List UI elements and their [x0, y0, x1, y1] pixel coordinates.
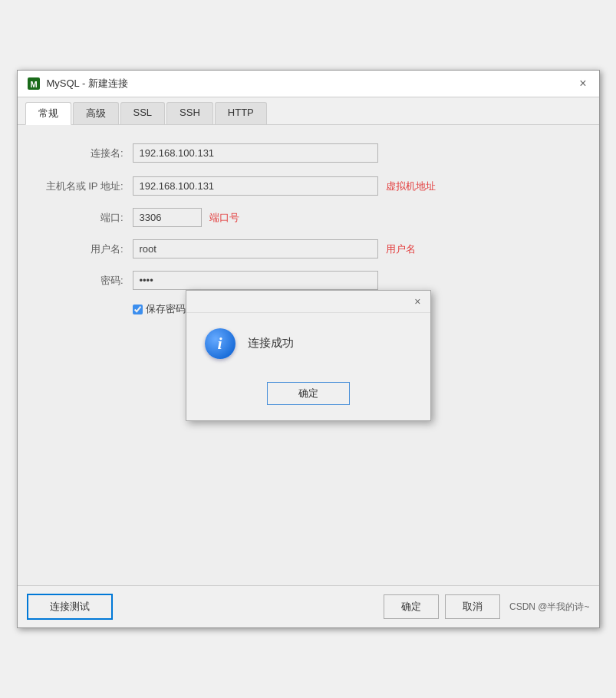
footer-left: 连接测试 [27, 594, 113, 620]
form-content: 连接名: 主机名或 IP 地址: 虚拟机地址 端口: 端口号 用户名: 用户名 … [18, 125, 599, 585]
dialog-overlay: × i 连接成功 确定 [18, 125, 599, 585]
mysql-icon: M [27, 77, 41, 91]
title-bar: M MySQL - 新建连接 × [18, 71, 599, 97]
tab-ssh[interactable]: SSH [166, 102, 213, 124]
dialog-close-button[interactable]: × [411, 295, 423, 308]
success-dialog: × i 连接成功 确定 [186, 290, 431, 421]
svg-text:M: M [30, 80, 37, 89]
window-close-button[interactable]: × [576, 77, 589, 90]
tab-advanced[interactable]: 高级 [73, 102, 119, 124]
footer: 连接测试 确定 取消 CSDN @半我的诗~ [18, 585, 599, 627]
dialog-message: 连接成功 [248, 336, 294, 351]
info-icon: i [205, 328, 236, 359]
dialog-ok-button[interactable]: 确定 [267, 382, 350, 405]
main-window: M MySQL - 新建连接 × 常规 高级 SSL SSH HTTP 连接名:… [17, 70, 600, 628]
dialog-title-bar: × [186, 291, 430, 313]
title-bar-left: M MySQL - 新建连接 [27, 77, 128, 91]
footer-note: CSDN @半我的诗~ [509, 601, 590, 614]
dialog-body: i 连接成功 [186, 313, 430, 374]
test-connection-button[interactable]: 连接测试 [27, 594, 113, 620]
tab-general[interactable]: 常规 [25, 102, 71, 125]
tab-http[interactable]: HTTP [215, 102, 267, 124]
ok-button[interactable]: 确定 [384, 594, 439, 619]
window-title: MySQL - 新建连接 [47, 77, 128, 91]
tab-ssl[interactable]: SSL [120, 102, 166, 124]
tab-bar: 常规 高级 SSL SSH HTTP [18, 97, 599, 125]
dialog-footer: 确定 [186, 374, 430, 420]
cancel-button[interactable]: 取消 [445, 594, 500, 619]
footer-right: 确定 取消 CSDN @半我的诗~ [384, 594, 590, 619]
